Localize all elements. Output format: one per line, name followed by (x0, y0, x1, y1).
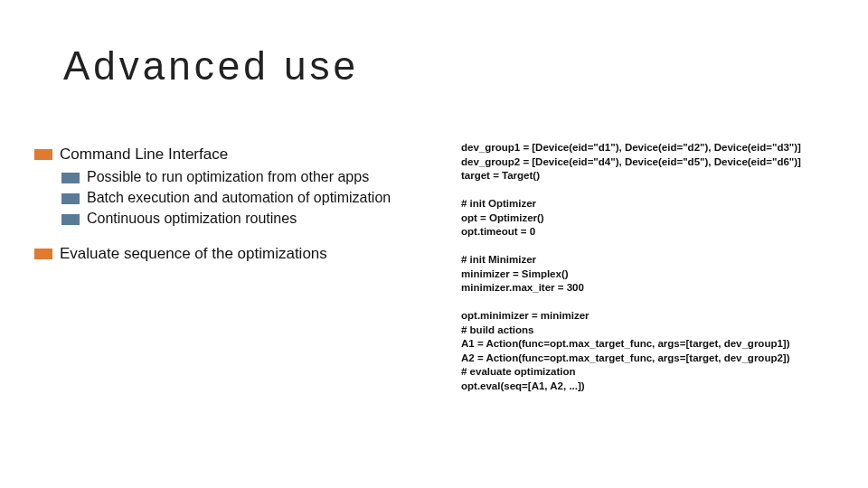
bullet-level1: Evaluate sequence of the optimizations (34, 244, 432, 264)
slide-title: Advanced use (63, 43, 359, 89)
bullet-text: Continuous optimization routines (87, 210, 297, 229)
bullet-icon (61, 173, 80, 183)
bullet-icon (34, 149, 52, 160)
bullet-text: Evaluate sequence of the optimizations (60, 244, 327, 264)
code-snippet: dev_group1 = [Device(eid="d1"), Device(e… (461, 141, 850, 393)
bullet-level2: Possible to run optimization from other … (61, 168, 432, 187)
bullet-icon (61, 214, 80, 225)
bullet-text: Command Line Interface (60, 145, 228, 164)
bullet-group-cli: Command Line Interface Possible to run o… (34, 145, 432, 228)
bullet-level2: Batch execution and automation of optimi… (61, 189, 432, 208)
bullet-text: Batch execution and automation of optimi… (87, 189, 391, 208)
bullet-text: Possible to run optimization from other … (87, 168, 369, 187)
bullet-level1: Command Line Interface (34, 145, 432, 164)
slide: Advanced use Command Line Interface Poss… (0, 0, 868, 488)
bullet-icon (34, 249, 52, 259)
bullet-icon (61, 193, 80, 204)
bullet-subgroup: Possible to run optimization from other … (61, 168, 432, 228)
bullet-content: Command Line Interface Possible to run o… (34, 145, 432, 281)
bullet-group-evaluate: Evaluate sequence of the optimizations (34, 244, 432, 264)
bullet-level2: Continuous optimization routines (61, 210, 432, 229)
